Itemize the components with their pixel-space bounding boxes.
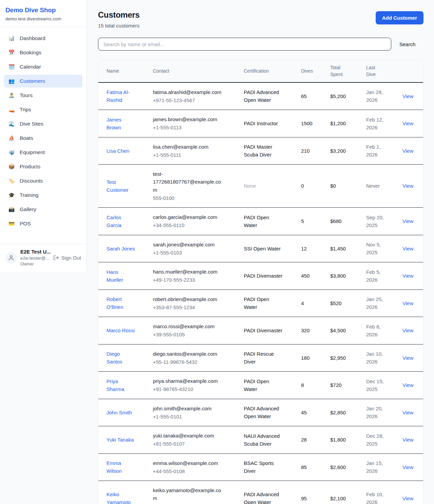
page-subtitle: 15 total customers [98,23,140,29]
customer-total-spent: $2,850 [330,410,346,415]
customer-total-spent-cell: $720 [325,372,361,399]
customer-name-cell: Fatima Al-Rashid [98,82,147,110]
view-customer-link[interactable]: View [402,382,413,388]
customer-phone: +34-555-0110 [153,221,233,229]
table-row: Robert O'Brien robert.obrien@example.com… [98,290,423,317]
customer-name-link[interactable]: James Brown [106,116,135,132]
view-customer-link[interactable]: View [402,328,413,333]
view-customer-link[interactable]: View [402,300,413,306]
search-button[interactable]: Search [391,41,423,47]
customer-certification-cell: PADI Open Water [238,372,296,399]
view-customer-link[interactable]: View [402,464,413,470]
customer-name-link[interactable]: Fatima Al-Rashid [106,88,135,104]
sidebar-nav: 📊 Dashboard 📅 Bookings 🗓️ Calendar 👥 Cus… [0,27,86,244]
customer-dives: 65 [301,93,307,99]
customer-name-link[interactable]: Priya Sharma [106,377,135,393]
customer-name-cell: Sarah Jones [98,235,147,262]
customer-certification: PADI Advanced Open Water [244,490,283,504]
customer-name-link[interactable]: Keiko Yamamoto [106,490,135,504]
customer-certification-cell: PADI Master Scuba Diver [238,137,296,165]
nav-item-label: Discounts [20,178,43,184]
customer-email: keiko.yamamoto@example.com [153,486,225,502]
user-icon [8,255,14,261]
customer-last-dive: Feb 1, 2026 [366,143,387,159]
customer-phone: +1-555-0101 [153,413,233,421]
sign-out-label: Sign Out [61,255,81,261]
customer-total-spent-cell: $2,950 [325,344,361,372]
customer-name-cell: Hans Mueller [98,262,147,290]
customer-certification-cell: PADI Advanced Open Water [238,82,296,110]
customer-actions-cell: View [397,344,423,372]
view-customer-link[interactable]: View [402,246,413,251]
search-input[interactable] [98,38,391,51]
customer-name-link[interactable]: Robert O'Brien [106,295,135,311]
nav-item-label: Equipment [20,149,45,155]
sidebar-item-boats[interactable]: ⛵ Boats [4,132,82,145]
customer-name-link[interactable]: Carlos Garcia [106,213,135,229]
customer-total-spent-cell: $520 [325,290,361,317]
customer-last-dive-cell: Never [361,165,397,208]
customer-dives: 5 [301,218,304,224]
camera-icon: 📸 [8,206,15,212]
customer-name-link[interactable]: Hans Mueller [106,268,135,284]
customer-certification: BSAC Sports Diver [244,459,283,475]
customer-last-dive: Jan 15, 2026 [366,459,387,475]
customer-certification-cell: SSI Open Water [238,235,296,262]
customer-name-link[interactable]: Marco Rossi [106,326,135,334]
sidebar-item-gallery[interactable]: 📸 Gallery [4,203,82,216]
sidebar-item-discounts[interactable]: 🏷️ Discounts [4,174,82,187]
sidebar-item-tours[interactable]: 🏝️ Tours [4,89,82,102]
spiral-calendar-icon: 🗓️ [8,64,15,70]
customer-name-link[interactable]: Emma Wilson [106,459,135,475]
view-customer-link[interactable]: View [402,496,413,501]
customer-contact-cell: fatima.alrashid@example.com +971-55-123-… [147,82,238,110]
sidebar-item-equipment[interactable]: 🤿 Equipment [4,146,82,159]
customer-email: carlos.garcia@example.com [153,213,225,221]
customer-total-spent-cell: $1,450 [325,235,361,262]
customer-certification: PADI Advanced Open Water [244,405,283,421]
sidebar-item-customers[interactable]: 👥 Customers [4,75,82,88]
customer-name-link[interactable]: Test Customer [106,178,135,194]
view-customer-link[interactable]: View [402,120,413,126]
sidebar-item-products[interactable]: 📦 Products [4,160,82,173]
user-role: Owner [20,261,50,267]
customer-dives: 12 [301,246,307,251]
customer-last-dive: Dec 28, 2025 [366,432,387,448]
sidebar-item-bookings[interactable]: 📅 Bookings [4,46,82,59]
customer-name-cell: Diego Santos [98,344,147,372]
customer-actions-cell: View [397,372,423,399]
sidebar-item-trips[interactable]: 🚤 Trips [4,103,82,116]
customer-name-link[interactable]: Lisa Chen [106,147,130,155]
view-customer-link[interactable]: View [402,437,413,443]
customer-name-link[interactable]: John Smith [106,409,132,416]
view-customer-link[interactable]: View [402,218,413,224]
view-customer-link[interactable]: View [402,355,413,361]
customer-total-spent: $1,200 [330,120,346,126]
shop-name: Demo Dive Shop [5,6,81,14]
customer-name-link[interactable]: Yuki Tanaka [106,436,134,444]
wave-icon: 🌊 [8,121,15,127]
sidebar-item-training[interactable]: 🎓 Training [4,189,82,202]
customer-total-spent-cell: $3,800 [325,262,361,290]
table-row: Carlos Garcia carlos.garcia@example.com … [98,208,423,235]
customer-last-dive-cell: Jan 25, 2026 [361,290,397,317]
table-row: Keiko Yamamoto keiko.yamamoto@example.co… [98,481,423,504]
table-row: Emma Wilson emma.wilson@example.com +44-… [98,453,423,481]
view-customer-link[interactable]: View [402,410,413,415]
nav-item-label: Dashboard [20,35,45,41]
customer-dives: 0 [301,183,304,189]
customer-total-spent: $2,950 [330,355,346,361]
customer-name-link[interactable]: Diego Santos [106,350,135,366]
view-customer-link[interactable]: View [402,273,413,279]
sidebar-item-dive-sites[interactable]: 🌊 Dive Sites [4,117,82,130]
customer-total-spent-cell: $2,600 [325,453,361,481]
sidebar-item-pos[interactable]: 💳 POS [4,217,82,230]
view-customer-link[interactable]: View [402,148,413,154]
view-customer-link[interactable]: View [402,183,413,189]
view-customer-link[interactable]: View [402,93,413,99]
sidebar-item-calendar[interactable]: 🗓️ Calendar [4,60,82,73]
sign-out-button[interactable]: Sign Out [53,255,81,261]
sidebar-item-dashboard[interactable]: 📊 Dashboard [4,32,82,45]
customer-name-link[interactable]: Sarah Jones [106,245,135,253]
add-customer-button[interactable]: Add Customer [376,11,423,24]
